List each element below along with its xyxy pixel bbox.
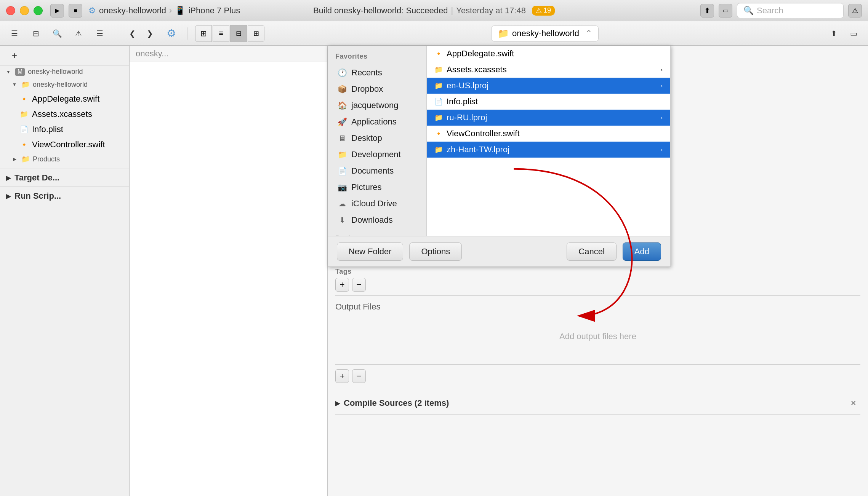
file-browser: onesky... xyxy=(130,46,328,496)
development-icon: 📁 xyxy=(338,150,347,159)
bottom-remove-button[interactable]: − xyxy=(352,369,366,383)
breadcrumb-separator: › xyxy=(169,6,172,16)
fav-item-development[interactable]: 📁 Development xyxy=(330,147,424,163)
grid-view-button[interactable]: ⊞ xyxy=(195,25,212,42)
dialog-file-infoplist[interactable]: 📄 Info.plist xyxy=(427,94,670,110)
fav-item-dropbox[interactable]: 📦 Dropbox xyxy=(330,81,424,97)
debug-button[interactable]: ▭ xyxy=(719,4,732,18)
run-script-section[interactable]: ▶ Run Scrip... xyxy=(0,187,129,205)
sidebar-item-group[interactable]: ▼ 📁 onesky-helloworld xyxy=(6,78,129,91)
warning-badge[interactable]: ⚠ 19 xyxy=(532,6,555,16)
sidebar: + ▼ M onesky-helloworld ▼ 📁 onesky-hello… xyxy=(0,46,130,496)
gallery-view-button[interactable]: ⊞ xyxy=(248,25,264,42)
xcode-icon-btn[interactable]: ⚙ xyxy=(163,25,179,42)
fav-item-recents[interactable]: 🕐 Recents xyxy=(330,65,424,81)
list-view-button[interactable]: ≡ xyxy=(213,25,229,42)
close-button[interactable] xyxy=(6,6,15,15)
sidebar-item-infoplist[interactable]: 📄 Info.plist xyxy=(15,122,128,137)
fav-item-desktop[interactable]: 🖥 Desktop xyxy=(330,130,424,146)
hierarchy-button[interactable]: ☰ xyxy=(91,25,108,42)
desktop-label: Desktop xyxy=(351,133,382,143)
warning-count: 19 xyxy=(543,6,551,14)
compile-close-button[interactable]: × xyxy=(846,397,860,410)
sidebar-add-button[interactable]: + xyxy=(6,47,23,64)
debug-icon: ▭ xyxy=(723,7,729,14)
search-bar[interactable]: 🔍 Search xyxy=(737,3,844,18)
column-view-button[interactable]: ⊟ xyxy=(230,25,247,42)
project-name: onesky-helloworld xyxy=(99,6,166,16)
dialog-file-appdelegate[interactable]: 🔸 AppDelegate.swift xyxy=(427,46,670,62)
add-button[interactable]: Add xyxy=(623,242,661,261)
fav-item-icloud[interactable]: ☁ iCloud Drive xyxy=(330,196,424,212)
fav-item-pictures[interactable]: 📷 Pictures xyxy=(330,179,424,195)
add-output-button[interactable]: + xyxy=(335,278,349,292)
play-button[interactable]: ▶ xyxy=(50,4,64,18)
target-section[interactable]: ▶ Target De... xyxy=(0,169,129,187)
icloud-icon: ☁ xyxy=(338,199,347,208)
zh-hant-folder-icon: 📁 xyxy=(434,145,443,154)
en-us-arrow: › xyxy=(661,83,663,89)
bottom-add-button[interactable]: + xyxy=(335,369,349,383)
plist-file-icon: 📄 xyxy=(434,97,443,106)
assets-folder-icon: 📁 xyxy=(434,65,443,74)
separator-1 xyxy=(116,27,116,40)
sidebar-item-products[interactable]: ▶ 📁 Products xyxy=(6,153,129,166)
warning-icon: ⚠ xyxy=(536,6,542,15)
sidebar-children: 🔸 AppDelegate.swift 📁 Assets.xcassets 📄 … xyxy=(6,92,129,152)
plus-minus-buttons: + − xyxy=(335,278,860,292)
vc-swift-icon: 🔸 xyxy=(20,140,28,149)
sidebar-toggle-button[interactable]: ☰ xyxy=(6,25,23,42)
issue-button[interactable]: ⚠ xyxy=(70,25,87,42)
recents-icon: 🕐 xyxy=(338,68,347,77)
maximize-button[interactable] xyxy=(34,6,43,15)
minimize-button[interactable] xyxy=(20,6,29,15)
documents-label: Documents xyxy=(351,166,394,176)
nav-back-button[interactable]: ❮ xyxy=(124,25,141,42)
new-folder-button[interactable]: New Folder xyxy=(337,242,403,261)
share-button[interactable]: ⬆ xyxy=(700,4,714,18)
right-panel-toggle[interactable]: ⚠ xyxy=(848,4,862,18)
dropbox-icon: 📦 xyxy=(338,85,347,94)
folder-selector[interactable]: 📁 onesky-helloworld ⌃ xyxy=(491,26,599,41)
search-navigate-button[interactable]: 🔍 xyxy=(49,25,66,42)
share-icon: ⬆ xyxy=(704,6,711,15)
titlebar: ▶ ■ ⚙ onesky-helloworld › 📱 iPhone 7 Plu… xyxy=(0,0,868,21)
cancel-button[interactable]: Cancel xyxy=(567,242,616,261)
fav-item-downloads[interactable]: ⬇ Downloads xyxy=(330,212,424,228)
sidebar-item-appdelegate[interactable]: 🔸 AppDelegate.swift xyxy=(15,92,128,106)
project-info: ⚙ onesky-helloworld › 📱 iPhone 7 Plus xyxy=(88,6,240,16)
sidebar-header: + xyxy=(0,46,129,65)
dialog-file-en-us[interactable]: 📁 en-US.lproj › xyxy=(427,78,670,94)
dialog-file-viewcontroller[interactable]: 🔸 ViewController.swift xyxy=(427,126,670,142)
fav-item-documents[interactable]: 📄 Documents xyxy=(330,163,424,179)
sidebar-item-viewcontroller[interactable]: 🔸 ViewController.swift xyxy=(15,137,128,152)
options-button[interactable]: Options xyxy=(409,242,462,261)
share-toolbar-button[interactable]: ⬆ xyxy=(825,25,842,42)
dialog-file-assets[interactable]: 📁 Assets.xcassets › xyxy=(427,62,670,78)
fav-item-applications[interactable]: 🚀 Applications xyxy=(330,114,424,130)
stop-button[interactable]: ■ xyxy=(69,4,82,18)
content-below: + − Output Files Add output files here +… xyxy=(328,266,868,496)
hierarchy-icon: ☰ xyxy=(96,29,103,38)
dropbox-label: Dropbox xyxy=(351,84,383,94)
add-icon: + xyxy=(340,280,345,290)
fav-item-home[interactable]: 🏠 jacquetwong xyxy=(330,97,424,113)
dialog-file-ru-ru[interactable]: 📁 ru-RU.lproj › xyxy=(427,110,670,126)
sidebar-item-root[interactable]: ▼ M onesky-helloworld xyxy=(0,65,129,78)
expand-icon: ▼ xyxy=(5,68,12,76)
en-us-folder-icon: 📁 xyxy=(434,81,443,90)
traffic-lights xyxy=(6,6,43,15)
compile-sources-section[interactable]: ▶ Compile Sources (2 items) × xyxy=(335,392,860,415)
sidebar-item-assets[interactable]: 📁 Assets.xcassets xyxy=(15,107,128,121)
inspector-right-button[interactable]: ▭ xyxy=(845,25,862,42)
dialog-file-zh-hant[interactable]: 📁 zh-Hant-TW.lproj › xyxy=(427,142,670,158)
plist-icon: 📄 xyxy=(20,125,28,134)
nav-forward-button[interactable]: ❯ xyxy=(141,25,158,42)
build-status: Build onesky-helloworld: Succeeded | Yes… xyxy=(313,6,526,16)
xcode-icon: ⚙ xyxy=(167,27,176,40)
remove-output-button[interactable]: − xyxy=(352,278,366,292)
inspector-toggle-button[interactable]: ⊟ xyxy=(27,25,44,42)
downloads-label: Downloads xyxy=(351,215,393,225)
magnifier-icon: 🔍 xyxy=(53,29,62,38)
separator-2 xyxy=(187,27,187,40)
